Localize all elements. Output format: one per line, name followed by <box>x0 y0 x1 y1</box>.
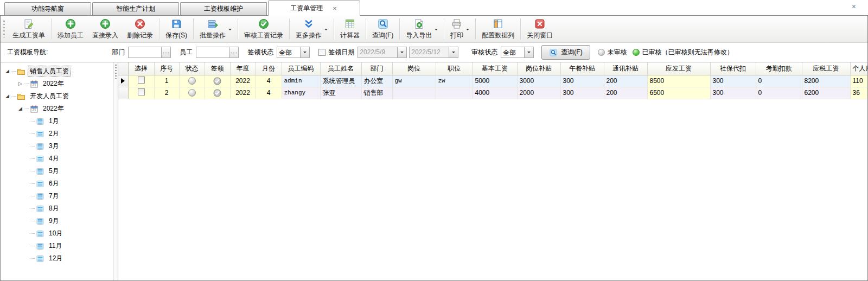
toolbar-batch-operations-button[interactable]: 批量操作 <box>195 16 236 42</box>
employee-input-field[interactable] <box>196 47 229 58</box>
tree-node[interactable]: 6月 <box>1 177 113 190</box>
toolbar-close-window-button[interactable]: 关闭窗口 <box>522 16 557 42</box>
toolbar-query-button[interactable]: 查询(F) <box>368 16 398 42</box>
dept-lookup-button[interactable]: ··· <box>161 47 170 58</box>
toolbar-more-operations-button[interactable]: 更多操作 <box>291 16 332 42</box>
tree-node[interactable]: ◢销售人员工资 <box>1 65 113 78</box>
cell-lunch_allowance[interactable]: 300 <box>560 87 604 99</box>
column-header-post_allowance[interactable]: 岗位补贴 <box>517 62 560 75</box>
toolbar-save-button[interactable]: 保存(S) <box>161 16 192 42</box>
column-header-post[interactable]: 岗位 <box>392 62 436 75</box>
column-header-emp_name[interactable]: 员工姓名 <box>320 62 361 75</box>
column-header-social_deduct[interactable]: 社保代扣 <box>710 62 756 75</box>
sign-date-from-select[interactable]: 2022/5/9 <box>358 47 407 58</box>
tree-node[interactable]: 9月 <box>1 215 113 227</box>
cell-select[interactable] <box>128 87 154 99</box>
cell-sign[interactable] <box>205 87 230 99</box>
dropdown-arrow-icon[interactable] <box>324 29 328 32</box>
query-button[interactable]: 查询(F) <box>541 45 590 60</box>
row-select-checkbox[interactable] <box>138 76 145 84</box>
cell-attendance_deduct[interactable]: 0 <box>756 87 802 99</box>
sign-date-to-select[interactable]: 2022/5/12 <box>409 47 458 58</box>
tree-node[interactable]: ◢开发人员工资 <box>1 90 113 103</box>
tree-node[interactable]: 2月 <box>1 127 113 140</box>
tree-node[interactable]: 10月 <box>1 227 113 240</box>
column-header-attendance_deduct[interactable]: 考勤扣款 <box>756 62 802 75</box>
cell-social_deduct[interactable]: 300 <box>710 75 756 87</box>
sign-status-select[interactable]: 全部 <box>277 47 310 58</box>
cell-comm_allowance[interactable]: 200 <box>604 87 647 99</box>
cell-emp_name[interactable]: 系统管理员 <box>320 75 361 87</box>
column-header-base_salary[interactable]: 基本工资 <box>473 62 517 75</box>
sign-date-checkbox[interactable] <box>318 49 326 56</box>
column-header-month[interactable]: 月份 <box>256 62 282 75</box>
cell-gross_pay[interactable]: 6500 <box>647 87 710 99</box>
column-header-status[interactable]: 状态 <box>179 62 205 75</box>
sign-date-to-dropdown-arrow-icon[interactable] <box>449 47 458 58</box>
column-header-personal_tax[interactable]: 个人所得税 <box>850 62 867 75</box>
tree-node[interactable]: 7月 <box>1 190 113 202</box>
cell-year[interactable]: 2022 <box>230 75 256 87</box>
sign-status-dropdown-arrow-icon[interactable] <box>300 47 309 58</box>
tree-collapse-icon[interactable]: ◢ <box>17 106 24 111</box>
cell-attendance_deduct[interactable]: 0 <box>756 75 802 87</box>
cell-seq[interactable]: 1 <box>154 75 179 87</box>
cell-emp_code[interactable]: zhangy <box>282 87 320 99</box>
tree-node[interactable]: 4月 <box>1 152 113 165</box>
tree-node[interactable]: 5月 <box>1 165 113 177</box>
tree-node[interactable]: 11月 <box>1 240 113 252</box>
cell-emp_name[interactable]: 张亚 <box>320 87 361 99</box>
cell-month[interactable]: 4 <box>256 75 282 87</box>
tree-node[interactable]: ◢212022年 <box>1 103 113 115</box>
cell-lunch_allowance[interactable]: 300 <box>560 75 604 87</box>
audit-status-select[interactable]: 全部 <box>501 47 534 58</box>
row-select-checkbox[interactable] <box>138 88 145 95</box>
cell-month[interactable]: 4 <box>256 87 282 99</box>
tree-collapse-icon[interactable]: ◢ <box>4 94 11 99</box>
toolbar-delete-record-button[interactable]: 删除记录 <box>123 16 157 42</box>
tab-item[interactable]: 智能生产计划 <box>92 2 179 15</box>
cell-base_salary[interactable]: 5000 <box>473 75 517 87</box>
cell-post[interactable] <box>392 87 436 99</box>
column-header-dept[interactable]: 部门 <box>361 62 392 75</box>
toolbar-import-export-button[interactable]: 导入导出 <box>401 16 442 42</box>
tree-collapse-icon[interactable]: ◢ <box>4 69 11 74</box>
column-header-lunch_allowance[interactable]: 午餐补贴 <box>560 62 604 75</box>
cell-dept[interactable]: 办公室 <box>361 75 392 87</box>
tree-splitter[interactable] <box>113 62 118 280</box>
cell-base_salary[interactable]: 4000 <box>473 87 517 99</box>
dropdown-arrow-icon[interactable] <box>466 29 469 32</box>
cell-post[interactable]: gw <box>392 75 436 87</box>
column-header-comm_allowance[interactable]: 通讯补贴 <box>604 62 647 75</box>
cell-taxable_pay[interactable]: 6200 <box>802 87 850 99</box>
toolbar-generate-payroll-button[interactable]: 生成工资单 <box>8 16 49 42</box>
sign-date-from-dropdown-arrow-icon[interactable] <box>397 47 406 58</box>
cell-seq[interactable]: 2 <box>154 87 179 99</box>
cell-sign[interactable] <box>205 75 230 87</box>
toolbar-audit-payroll-button[interactable]: 审核工资记录 <box>240 16 288 42</box>
cell-emp_code[interactable]: admin <box>282 75 320 87</box>
dept-input-field[interactable] <box>129 47 161 58</box>
cell-personal_tax[interactable]: 110 <box>850 75 867 87</box>
column-header-sign[interactable]: 签领 <box>205 62 230 75</box>
cell-post_allowance[interactable]: 2000 <box>517 87 560 99</box>
cell-dept[interactable]: 销售部 <box>361 87 392 99</box>
cell-gross_pay[interactable]: 8500 <box>647 75 710 87</box>
dropdown-arrow-icon[interactable] <box>228 29 232 32</box>
cell-comm_allowance[interactable]: 200 <box>604 75 647 87</box>
column-header-seq[interactable]: 序号 <box>154 62 179 75</box>
tab-close-icon[interactable]: × <box>331 5 338 12</box>
tree-node[interactable]: 8月 <box>1 202 113 215</box>
column-header-taxable_pay[interactable]: 应税工资 <box>802 62 850 75</box>
tree-node[interactable]: ▷212022年 <box>1 78 113 90</box>
tree-expand-icon[interactable]: ▷ <box>17 81 24 86</box>
employee-lookup-button[interactable]: ··· <box>229 47 238 58</box>
column-header-gross_pay[interactable]: 应发工资 <box>647 62 710 75</box>
cell-year[interactable]: 2022 <box>230 87 256 99</box>
dropdown-arrow-icon[interactable] <box>435 29 438 32</box>
column-header-title[interactable]: 职位 <box>436 62 473 75</box>
cell-post_allowance[interactable]: 3000 <box>517 75 560 87</box>
cell-social_deduct[interactable]: 300 <box>710 87 756 99</box>
tree-node[interactable]: 1月 <box>1 115 113 127</box>
toolbar-add-employee-button[interactable]: 添加员工 <box>53 16 88 42</box>
